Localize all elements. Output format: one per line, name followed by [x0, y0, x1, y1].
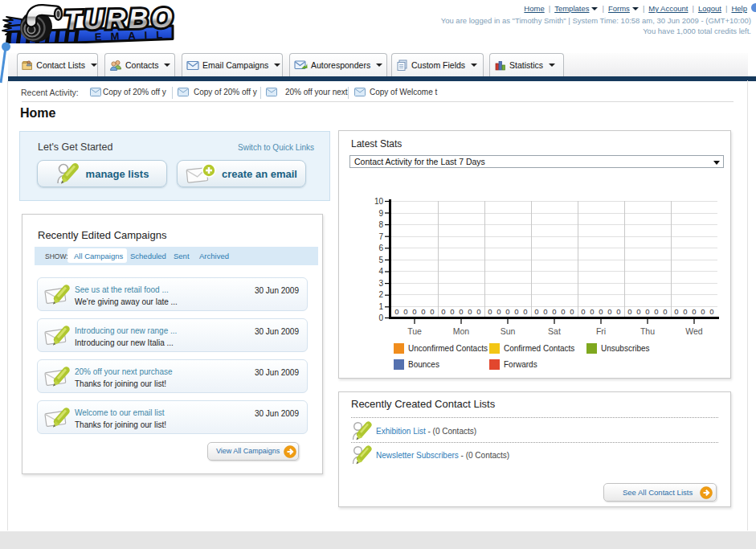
svg-text:0: 0 [421, 307, 425, 316]
svg-text:0: 0 [581, 307, 585, 316]
svg-text:Wed: Wed [685, 326, 703, 336]
svg-text:Fri: Fri [596, 326, 606, 336]
svg-text:0: 0 [570, 307, 574, 316]
svg-text:9: 9 [378, 209, 383, 218]
svg-text:Sat: Sat [548, 326, 561, 336]
svg-text:0: 0 [674, 307, 678, 316]
svg-text:0: 0 [468, 307, 472, 316]
svg-text:0: 0 [636, 307, 640, 316]
svg-text:0: 0 [663, 307, 667, 316]
svg-text:Mon: Mon [453, 326, 470, 336]
svg-text:0: 0 [514, 307, 518, 316]
svg-text:1: 1 [378, 302, 383, 311]
svg-text:6: 6 [378, 244, 383, 252]
svg-text:Tue: Tue [407, 326, 422, 336]
svg-text:0: 0 [607, 307, 611, 316]
svg-text:Sun: Sun [501, 326, 516, 336]
svg-text:0: 0 [590, 307, 594, 316]
svg-text:0: 0 [654, 307, 658, 316]
svg-text:0: 0 [430, 307, 434, 316]
svg-text:2: 2 [378, 290, 383, 299]
svg-text:0: 0 [497, 307, 501, 316]
svg-text:0: 0 [683, 307, 687, 316]
svg-text:0: 0 [692, 307, 696, 316]
svg-text:0: 0 [394, 307, 398, 316]
svg-text:3: 3 [378, 279, 383, 288]
svg-text:0: 0 [476, 307, 480, 316]
svg-text:0: 0 [378, 313, 383, 322]
svg-text:0: 0 [709, 307, 713, 316]
svg-text:5: 5 [378, 256, 383, 264]
svg-text:8: 8 [378, 220, 383, 229]
svg-text:0: 0 [599, 307, 603, 316]
svg-text:0: 0 [441, 307, 445, 316]
svg-text:0: 0 [543, 307, 547, 316]
svg-text:0: 0 [488, 307, 492, 316]
svg-text:0: 0 [412, 307, 416, 316]
svg-text:0: 0 [701, 307, 705, 316]
svg-text:0: 0 [403, 307, 407, 316]
svg-text:Thu: Thu [640, 326, 655, 336]
svg-text:0: 0 [459, 307, 463, 316]
svg-text:0: 0 [523, 307, 527, 316]
svg-text:4: 4 [378, 267, 383, 276]
svg-text:0: 0 [450, 307, 454, 316]
svg-text:0: 0 [616, 307, 620, 316]
svg-text:0: 0 [645, 307, 649, 316]
svg-text:0: 0 [534, 307, 538, 316]
svg-text:0: 0 [561, 307, 565, 316]
svg-text:TURBO: TURBO [63, 3, 175, 35]
svg-text:0: 0 [627, 307, 631, 316]
svg-text:0: 0 [552, 307, 556, 316]
svg-text:0: 0 [505, 307, 509, 316]
svg-text:10: 10 [374, 197, 384, 206]
svg-text:7: 7 [378, 232, 383, 241]
